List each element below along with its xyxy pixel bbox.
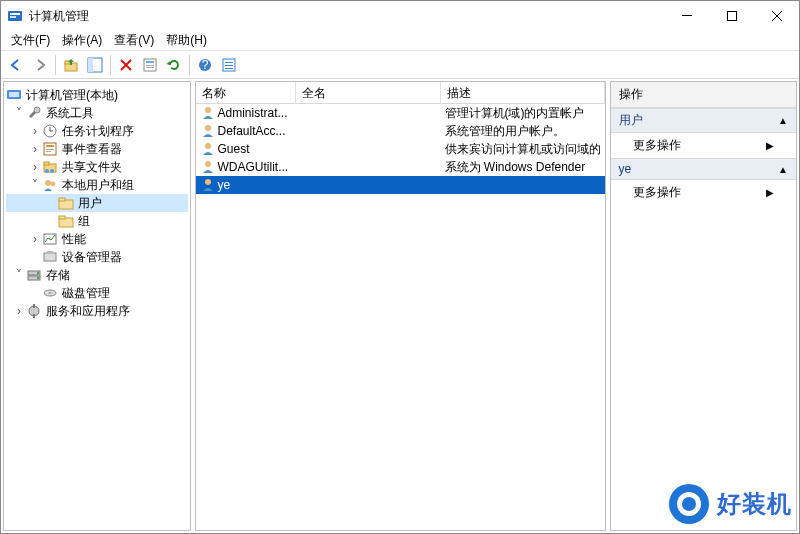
- performance-icon: [42, 231, 58, 247]
- svg-rect-2: [10, 16, 16, 18]
- svg-text:?: ?: [202, 58, 209, 72]
- minimize-button[interactable]: [664, 1, 709, 31]
- svg-point-55: [205, 107, 211, 113]
- actions-more-users[interactable]: 更多操作 ▶: [611, 133, 797, 158]
- export-list-button[interactable]: [218, 54, 240, 76]
- svg-rect-42: [59, 216, 65, 219]
- tree-storage[interactable]: ˅ 存储: [6, 266, 188, 284]
- svg-rect-30: [46, 145, 54, 147]
- menu-action[interactable]: 操作(A): [56, 30, 108, 51]
- computer-icon: [6, 87, 22, 103]
- expand-icon[interactable]: ›: [28, 142, 42, 156]
- up-one-level-button[interactable]: [60, 54, 82, 76]
- svg-rect-15: [146, 65, 154, 66]
- svg-point-56: [205, 125, 211, 131]
- tree-label: 设备管理器: [60, 249, 124, 266]
- nav-back-button[interactable]: [5, 54, 27, 76]
- menubar: 文件(F) 操作(A) 查看(V) 帮助(H): [1, 31, 799, 51]
- actions-more-selected[interactable]: 更多操作 ▶: [611, 180, 797, 205]
- tree-device-manager[interactable]: 设备管理器: [6, 248, 188, 266]
- user-list[interactable]: Administrat...管理计算机(域)的内置帐户DefaultAcc...…: [196, 104, 605, 530]
- svg-point-57: [205, 143, 211, 149]
- user-row[interactable]: DefaultAcc...系统管理的用户帐户。: [196, 122, 605, 140]
- toolbar-separator: [110, 55, 111, 75]
- tree-root-computer-management[interactable]: 计算机管理(本地): [6, 86, 188, 104]
- user-row[interactable]: WDAGUtilit...系统为 Windows Defender: [196, 158, 605, 176]
- actions-section-selected-user[interactable]: ye ▲: [611, 158, 797, 180]
- clock-icon: [42, 123, 58, 139]
- menu-help[interactable]: 帮助(H): [160, 30, 213, 51]
- close-button[interactable]: [754, 1, 799, 31]
- tree-label: 服务和应用程序: [44, 303, 132, 320]
- tree-shared-folders[interactable]: › 共享文件夹: [6, 158, 188, 176]
- actions-section-label: 用户: [619, 112, 643, 129]
- svg-point-59: [205, 179, 211, 185]
- column-fullname[interactable]: 全名: [296, 82, 441, 103]
- actions-section-users[interactable]: 用户 ▲: [611, 108, 797, 133]
- user-name: WDAGUtilit...: [218, 160, 289, 174]
- actions-panel: 操作 用户 ▲ 更多操作 ▶ ye ▲ 更多操作 ▶: [610, 81, 798, 531]
- user-icon: [200, 141, 216, 157]
- actions-item-label: 更多操作: [633, 137, 681, 154]
- delete-button[interactable]: [115, 54, 137, 76]
- expand-icon[interactable]: ›: [28, 232, 42, 246]
- tree-label: 任务计划程序: [60, 123, 136, 140]
- tree-performance[interactable]: › 性能: [6, 230, 188, 248]
- tree-local-users-groups[interactable]: ˅ 本地用户和组: [6, 176, 188, 194]
- list-header: 名称 全名 描述: [196, 82, 605, 104]
- svg-point-35: [45, 169, 49, 173]
- event-viewer-icon: [42, 141, 58, 157]
- device-manager-icon: [42, 249, 58, 265]
- user-row[interactable]: Administrat...管理计算机(域)的内置帐户: [196, 104, 605, 122]
- tree-label: 组: [76, 213, 92, 230]
- collapse-icon[interactable]: ˅: [28, 178, 42, 192]
- show-tree-button[interactable]: [84, 54, 106, 76]
- svg-rect-10: [88, 58, 93, 72]
- tree-users[interactable]: 用户: [6, 194, 188, 212]
- body: 计算机管理(本地) ˅ 系统工具 › 任务计划程序 › 事件查看器: [1, 79, 799, 533]
- services-icon: [26, 303, 42, 319]
- properties-button[interactable]: [139, 54, 161, 76]
- svg-rect-32: [46, 151, 51, 152]
- menu-file[interactable]: 文件(F): [5, 30, 56, 51]
- toolbar: ?: [1, 51, 799, 79]
- tree-label: 性能: [60, 231, 88, 248]
- nav-tree[interactable]: 计算机管理(本地) ˅ 系统工具 › 任务计划程序 › 事件查看器: [4, 82, 190, 530]
- tree-label: 用户: [76, 195, 104, 212]
- submenu-icon: ▶: [766, 140, 774, 151]
- maximize-button[interactable]: [709, 1, 754, 31]
- user-row[interactable]: Guest供来宾访问计算机或访问域的: [196, 140, 605, 158]
- collapse-icon: ▲: [778, 115, 788, 126]
- help-button[interactable]: ?: [194, 54, 216, 76]
- svg-point-25: [34, 107, 40, 113]
- tree-task-scheduler[interactable]: › 任务计划程序: [6, 122, 188, 140]
- collapse-icon[interactable]: ˅: [12, 106, 26, 120]
- tools-icon: [26, 105, 42, 121]
- tree-label: 存储: [44, 267, 72, 284]
- user-description: 系统为 Windows Defender: [441, 159, 605, 176]
- svg-rect-22: [225, 68, 233, 69]
- svg-rect-21: [225, 65, 233, 66]
- tree-services-apps[interactable]: › 服务和应用程序: [6, 302, 188, 320]
- column-description[interactable]: 描述: [441, 82, 605, 103]
- column-name[interactable]: 名称: [196, 82, 296, 103]
- svg-rect-40: [59, 198, 65, 201]
- tree-groups[interactable]: 组: [6, 212, 188, 230]
- tree-disk-management[interactable]: 磁盘管理: [6, 284, 188, 302]
- expand-icon[interactable]: ›: [28, 124, 42, 138]
- window-title: 计算机管理: [29, 8, 664, 25]
- tree-label: 共享文件夹: [60, 159, 124, 176]
- toolbar-separator: [189, 55, 190, 75]
- tree-event-viewer[interactable]: › 事件查看器: [6, 140, 188, 158]
- user-name: Administrat...: [218, 106, 288, 120]
- tree-system-tools[interactable]: ˅ 系统工具: [6, 104, 188, 122]
- expand-icon[interactable]: ›: [12, 304, 26, 318]
- menu-view[interactable]: 查看(V): [108, 30, 160, 51]
- toolbar-separator: [55, 55, 56, 75]
- user-row[interactable]: ye: [196, 176, 605, 194]
- expand-icon[interactable]: ›: [28, 160, 42, 174]
- submenu-icon: ▶: [766, 187, 774, 198]
- nav-forward-button[interactable]: [29, 54, 51, 76]
- collapse-icon[interactable]: ˅: [12, 268, 26, 282]
- refresh-button[interactable]: [163, 54, 185, 76]
